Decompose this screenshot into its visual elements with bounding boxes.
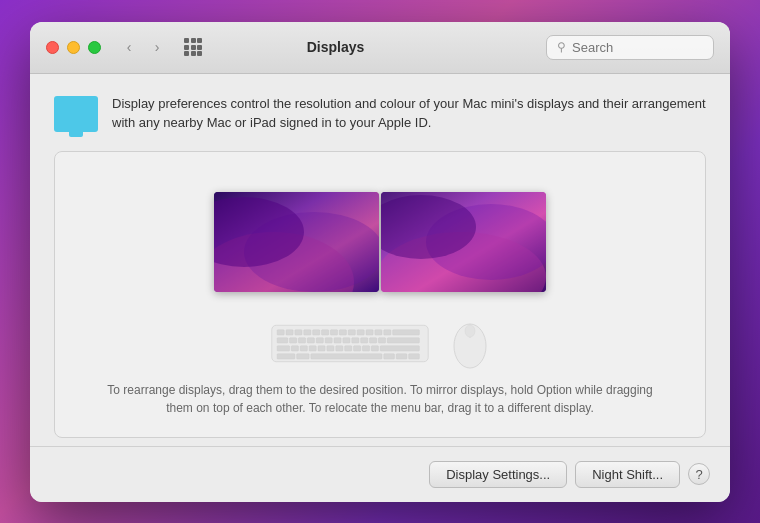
monitor-right-display — [381, 192, 546, 292]
svg-rect-43 — [345, 345, 352, 350]
svg-rect-51 — [384, 353, 395, 358]
svg-rect-50 — [311, 353, 382, 358]
svg-rect-12 — [304, 329, 311, 334]
svg-rect-14 — [322, 329, 329, 334]
svg-rect-38 — [300, 345, 307, 350]
svg-rect-52 — [396, 353, 407, 358]
svg-rect-41 — [327, 345, 334, 350]
monitor-right[interactable] — [381, 192, 546, 292]
bottom-bar: Display Settings... Night Shift... ? — [30, 446, 730, 502]
svg-rect-15 — [330, 329, 337, 334]
displays-container — [214, 192, 546, 292]
monitor-left[interactable] — [214, 192, 379, 292]
svg-rect-9 — [277, 329, 284, 334]
svg-rect-33 — [370, 337, 377, 342]
minimize-button[interactable] — [67, 41, 80, 54]
svg-rect-29 — [334, 337, 341, 342]
display-icon — [54, 96, 98, 132]
keyboard-mouse-row — [270, 316, 490, 371]
svg-rect-49 — [297, 353, 309, 358]
svg-rect-46 — [371, 345, 378, 350]
svg-rect-27 — [316, 337, 323, 342]
monitor-left-display — [214, 192, 379, 292]
display-settings-button[interactable]: Display Settings... — [429, 461, 567, 488]
svg-rect-28 — [325, 337, 332, 342]
svg-rect-22 — [393, 329, 420, 334]
arrangement-text: To rearrange displays, drag them to the … — [75, 381, 685, 417]
info-description: Display preferences control the resoluti… — [112, 94, 706, 133]
svg-rect-40 — [318, 345, 325, 350]
search-icon: ⚲ — [557, 40, 566, 54]
svg-rect-37 — [291, 345, 298, 350]
window-title: Displays — [125, 39, 546, 55]
maximize-button[interactable] — [88, 41, 101, 54]
system-preferences-window: ‹ › Displays ⚲ Display preferences contr… — [30, 22, 730, 502]
content-area: Display preferences control the resoluti… — [30, 74, 730, 446]
svg-rect-23 — [277, 337, 288, 342]
svg-rect-34 — [378, 337, 385, 342]
svg-rect-24 — [290, 337, 297, 342]
svg-rect-53 — [409, 353, 420, 358]
svg-rect-18 — [357, 329, 364, 334]
svg-rect-36 — [277, 345, 289, 350]
svg-rect-19 — [366, 329, 373, 334]
svg-rect-44 — [354, 345, 361, 350]
svg-rect-42 — [336, 345, 343, 350]
traffic-lights — [46, 41, 101, 54]
svg-rect-26 — [307, 337, 314, 342]
svg-rect-31 — [352, 337, 359, 342]
svg-rect-11 — [295, 329, 302, 334]
svg-rect-39 — [309, 345, 316, 350]
svg-rect-13 — [313, 329, 320, 334]
svg-rect-25 — [298, 337, 305, 342]
svg-rect-30 — [343, 337, 350, 342]
mouse-icon — [450, 316, 490, 371]
search-bar[interactable]: ⚲ — [546, 35, 714, 60]
night-shift-button[interactable]: Night Shift... — [575, 461, 680, 488]
titlebar: ‹ › Displays ⚲ — [30, 22, 730, 74]
info-row: Display preferences control the resoluti… — [54, 94, 706, 133]
monitor-left-screen — [214, 192, 379, 292]
svg-rect-16 — [339, 329, 346, 334]
help-button[interactable]: ? — [688, 463, 710, 485]
svg-rect-10 — [286, 329, 293, 334]
svg-rect-17 — [348, 329, 355, 334]
svg-rect-35 — [387, 337, 419, 342]
svg-rect-32 — [361, 337, 368, 342]
svg-rect-47 — [380, 345, 419, 350]
monitor-right-screen — [381, 192, 546, 292]
svg-rect-21 — [384, 329, 391, 334]
svg-rect-45 — [362, 345, 369, 350]
keyboard-icon — [270, 321, 430, 366]
svg-point-55 — [465, 325, 475, 337]
svg-rect-48 — [277, 353, 295, 358]
display-preview-area: To rearrange displays, drag them to the … — [54, 151, 706, 438]
search-input[interactable] — [572, 40, 703, 55]
svg-rect-20 — [375, 329, 382, 334]
close-button[interactable] — [46, 41, 59, 54]
